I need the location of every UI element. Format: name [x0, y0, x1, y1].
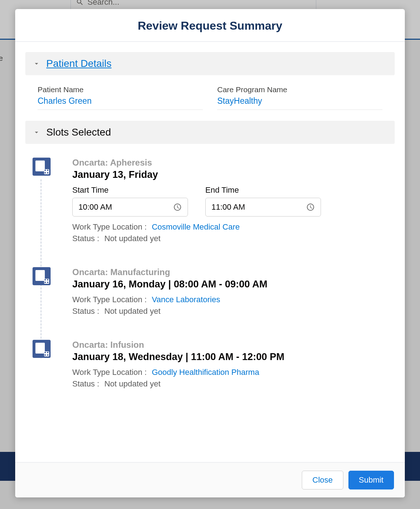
chevron-down-icon [33, 60, 40, 68]
worktype-location-value[interactable]: Goodly Healthification Pharma [152, 368, 259, 377]
time-row: Start Time 10:00 AM End Time 11:00 AM [72, 185, 391, 217]
building-icon [33, 158, 51, 176]
slot-service: Oncarta: Apheresis [72, 158, 391, 168]
slot-row: Oncarta: Infusion January 18, Wednesday … [33, 340, 391, 391]
slot-date: January 18, Wednesday | 11:00 AM - 12:00… [72, 351, 391, 363]
slot-content: Oncarta: Apheresis January 13, Friday St… [72, 158, 391, 245]
clock-icon [173, 203, 182, 211]
slot-service: Oncarta: Manufacturing [72, 267, 391, 277]
status-value: Not updated yet [104, 379, 160, 388]
care-program-value[interactable]: StayHealthy [217, 96, 382, 106]
modal-header: Review Request Summary [15, 9, 405, 42]
start-time-label: Start Time [72, 185, 188, 195]
slot-service: Oncarta: Infusion [72, 340, 391, 350]
patient-details-header[interactable]: Patient Details [25, 52, 395, 75]
worktype-location-value[interactable]: Vance Laboratories [152, 295, 220, 304]
status-row: Status : Not updated yet [72, 379, 391, 389]
slots-timeline: Oncarta: Apheresis January 13, Friday St… [25, 150, 395, 416]
start-time-col: Start Time 10:00 AM [72, 185, 188, 217]
close-button[interactable]: Close [302, 471, 343, 489]
modal-body: Patient Details Patient Name Charles Gre… [15, 42, 405, 462]
end-time-value: 11:00 AM [211, 202, 245, 212]
slot-row: Oncarta: Apheresis January 13, Friday St… [33, 158, 391, 245]
slot-content: Oncarta: Infusion January 18, Wednesday … [72, 340, 391, 391]
patient-name-value[interactable]: Charles Green [38, 96, 203, 106]
clock-icon [306, 203, 315, 211]
modal-title: Review Request Summary [22, 19, 398, 33]
worktype-location-value[interactable]: Cosmoville Medical Care [152, 222, 240, 231]
patient-name-label: Patient Name [38, 85, 203, 94]
worktype-location-label: Work Type Location : [72, 295, 147, 304]
worktype-location-row: Work Type Location : Cosmoville Medical … [72, 222, 391, 232]
submit-button[interactable]: Submit [348, 471, 394, 489]
end-time-input[interactable]: 11:00 AM [205, 198, 321, 217]
start-time-value: 10:00 AM [78, 202, 112, 212]
care-program-label: Care Program Name [217, 85, 382, 94]
status-row: Status : Not updated yet [72, 307, 391, 316]
patient-details-title: Patient Details [46, 58, 112, 69]
status-value: Not updated yet [104, 234, 160, 243]
slots-selected-header[interactable]: Slots Selected [25, 121, 395, 144]
end-time-col: End Time 11:00 AM [205, 185, 321, 217]
care-program-col: Care Program Name StayHealthy [217, 85, 382, 110]
slot-row: Oncarta: Manufacturing January 16, Monda… [33, 267, 391, 318]
patient-name-col: Patient Name Charles Green [38, 85, 203, 110]
slots-selected-title: Slots Selected [46, 127, 111, 138]
building-icon [33, 340, 51, 358]
chevron-down-icon [33, 128, 40, 136]
end-time-label: End Time [205, 185, 321, 195]
slot-date: January 13, Friday [72, 169, 391, 180]
building-icon [33, 267, 51, 285]
review-request-modal: Review Request Summary Patient Details P… [15, 9, 405, 497]
start-time-input[interactable]: 10:00 AM [72, 198, 188, 217]
modal-footer: Close Submit [15, 462, 405, 497]
status-label: Status : [72, 234, 99, 243]
status-label: Status : [72, 307, 99, 316]
slot-content: Oncarta: Manufacturing January 16, Monda… [72, 267, 391, 318]
slot-date: January 16, Monday | 08:00 AM - 09:00 AM [72, 279, 391, 290]
worktype-location-label: Work Type Location : [72, 222, 147, 231]
status-value: Not updated yet [104, 307, 160, 316]
worktype-location-label: Work Type Location : [72, 368, 147, 377]
status-label: Status : [72, 379, 99, 388]
worktype-location-row: Work Type Location : Goodly Healthificat… [72, 368, 391, 377]
status-row: Status : Not updated yet [72, 234, 391, 243]
worktype-location-row: Work Type Location : Vance Laboratories [72, 295, 391, 304]
patient-details-grid: Patient Name Charles Green Care Program … [25, 82, 395, 121]
